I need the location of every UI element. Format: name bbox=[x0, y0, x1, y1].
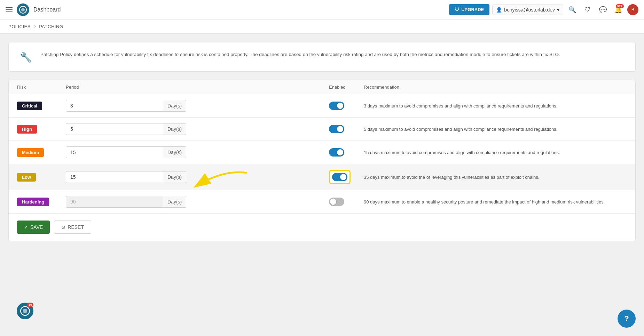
risk-cell-low: Low bbox=[17, 173, 66, 182]
reset-icon: ⊘ bbox=[61, 224, 65, 230]
reset-button[interactable]: ⊘ RESET bbox=[54, 221, 91, 234]
period-input-low[interactable] bbox=[66, 171, 163, 183]
nav-left: Dashboard bbox=[6, 3, 61, 16]
nav-right: 🛡 UPGRADE 👤 benyissa@ostorlab.dev ▾ 🔍 🛡 … bbox=[449, 3, 638, 16]
check-icon: ✓ bbox=[24, 224, 28, 230]
search-button[interactable]: 🔍 bbox=[566, 3, 579, 16]
risk-cell-critical: Critical bbox=[17, 102, 66, 110]
risk-badge-critical: Critical bbox=[17, 102, 42, 110]
svg-point-4 bbox=[23, 309, 28, 313]
table-header: Risk Period Enabled Recommendation bbox=[9, 80, 635, 94]
risk-badge-low: Low bbox=[17, 173, 36, 182]
toggle-hardening[interactable] bbox=[329, 198, 364, 206]
rec-medium: 15 days maximum to avoid compromises and… bbox=[364, 150, 627, 155]
info-card: 🔧 Patching Policy defines a schedule for… bbox=[8, 42, 636, 72]
rec-high: 5 days maximum to avoid compromises and … bbox=[364, 127, 627, 132]
table-row: Low Day(s) 35 days maximum to avoid the … bbox=[9, 164, 635, 190]
toggle-medium[interactable] bbox=[329, 148, 364, 157]
toggle-critical[interactable] bbox=[329, 102, 364, 110]
notification-button[interactable]: 🔔 522 bbox=[612, 3, 625, 16]
period-input-medium[interactable] bbox=[66, 146, 163, 158]
breadcrumb: POLICIES > PATCHING bbox=[0, 19, 644, 34]
bottom-logo-container: 10 bbox=[8, 311, 25, 328]
shield-nav-button[interactable]: 🛡 bbox=[581, 3, 594, 16]
period-input-high[interactable] bbox=[66, 123, 163, 135]
table-row: Critical Day(s) 3 days maximum to avoid … bbox=[9, 94, 635, 118]
breadcrumb-policies[interactable]: POLICIES bbox=[8, 24, 31, 29]
app-logo bbox=[17, 3, 29, 16]
col-risk: Risk bbox=[17, 85, 66, 90]
bottom-logo[interactable]: 10 bbox=[17, 303, 33, 319]
bottom-logo-badge: 10 bbox=[27, 303, 33, 307]
patching-table: Risk Period Enabled Recommendation Criti… bbox=[8, 80, 636, 241]
risk-badge-hardening: Hardening bbox=[17, 198, 49, 206]
main-content: 🔧 Patching Policy defines a schedule for… bbox=[0, 34, 644, 249]
risk-cell-high: High bbox=[17, 125, 66, 134]
toggle-high[interactable] bbox=[329, 125, 364, 133]
rec-hardening: 90 days maximum to enable a healthy secu… bbox=[364, 199, 627, 205]
svg-point-1 bbox=[21, 8, 25, 11]
table-row: High Day(s) 5 days maximum to avoid comp… bbox=[9, 118, 635, 141]
toggle-switch-high[interactable] bbox=[329, 125, 344, 133]
shield-icon: 🛡 bbox=[455, 7, 459, 12]
risk-cell-hardening: Hardening bbox=[17, 198, 66, 206]
top-navigation: Dashboard 🛡 UPGRADE 👤 benyissa@ostorlab.… bbox=[0, 0, 644, 19]
col-enabled: Enabled bbox=[329, 85, 364, 90]
period-suffix-low: Day(s) bbox=[163, 171, 186, 183]
toggle-highlight-box bbox=[329, 170, 351, 184]
message-icon: 💬 bbox=[599, 6, 607, 14]
search-icon: 🔍 bbox=[568, 6, 576, 14]
col-period: Period bbox=[66, 85, 329, 90]
table-row: Medium Day(s) 15 days maximum to avoid c… bbox=[9, 141, 635, 164]
upgrade-button[interactable]: 🛡 UPGRADE bbox=[449, 4, 489, 15]
risk-badge-medium: Medium bbox=[17, 148, 44, 157]
period-cell-critical: Day(s) bbox=[66, 100, 329, 112]
toggle-low[interactable] bbox=[329, 170, 364, 184]
toggle-switch-hardening[interactable] bbox=[329, 198, 344, 206]
chevron-down-icon: ▾ bbox=[557, 7, 559, 13]
shield-nav-icon: 🛡 bbox=[584, 6, 591, 13]
period-input-critical[interactable] bbox=[66, 100, 163, 112]
rec-low: 35 days maximum to avoid the of leveragi… bbox=[364, 175, 627, 180]
help-button[interactable]: ? bbox=[618, 310, 636, 328]
risk-cell-medium: Medium bbox=[17, 148, 66, 157]
hamburger-menu[interactable] bbox=[6, 6, 13, 13]
period-cell-medium: Day(s) bbox=[66, 146, 329, 158]
avatar[interactable]: B bbox=[627, 4, 638, 15]
user-icon: 👤 bbox=[496, 7, 502, 13]
table-row: Hardening Day(s) 90 days maximum to enab… bbox=[9, 190, 635, 214]
avatar-initials: B bbox=[631, 7, 635, 12]
patching-icon: 🔧 bbox=[20, 51, 32, 63]
toggle-switch-critical[interactable] bbox=[329, 102, 344, 110]
action-row: ✓ SAVE ⊘ RESET bbox=[9, 214, 635, 241]
risk-badge-high: High bbox=[17, 125, 37, 134]
breadcrumb-separator: > bbox=[33, 24, 36, 29]
period-suffix-hardening: Day(s) bbox=[163, 196, 186, 208]
save-button[interactable]: ✓ SAVE bbox=[17, 221, 50, 234]
period-cell-high: Day(s) bbox=[66, 123, 329, 135]
nav-title: Dashboard bbox=[33, 7, 61, 13]
period-input-hardening bbox=[66, 196, 163, 208]
breadcrumb-patching: PATCHING bbox=[39, 24, 63, 29]
user-menu[interactable]: 👤 benyissa@ostorlab.dev ▾ bbox=[492, 5, 563, 15]
period-cell-low: Day(s) bbox=[66, 171, 329, 183]
period-suffix-medium: Day(s) bbox=[163, 146, 186, 158]
col-recommendation: Recommendation bbox=[364, 85, 627, 90]
toggle-switch-medium[interactable] bbox=[329, 148, 344, 157]
rec-critical: 3 days maximum to avoid compromises and … bbox=[364, 103, 627, 109]
toggle-switch-low[interactable] bbox=[332, 173, 347, 181]
period-suffix-high: Day(s) bbox=[163, 123, 186, 135]
message-button[interactable]: 💬 bbox=[597, 3, 609, 16]
notification-badge: 522 bbox=[616, 4, 624, 8]
info-text: Patching Policy defines a schedule for v… bbox=[40, 51, 560, 58]
period-suffix-critical: Day(s) bbox=[163, 100, 186, 112]
period-cell-hardening: Day(s) bbox=[66, 196, 329, 208]
